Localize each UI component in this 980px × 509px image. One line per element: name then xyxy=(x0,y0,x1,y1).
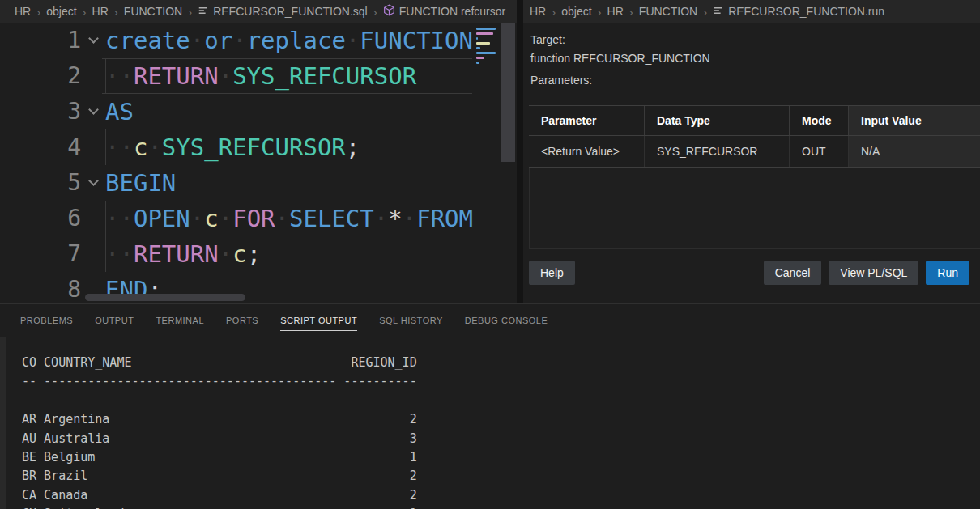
tab-output[interactable]: OUTPUT xyxy=(95,304,134,337)
run-function-pane: HR›object›HR›FUNCTION›REFCURSOR_FUNCTION… xyxy=(523,0,980,303)
code-line: 3AS xyxy=(0,94,517,129)
parameters-table-header: ParameterData TypeModeInput Value xyxy=(529,105,980,136)
param-table-header-input-value: Input Value xyxy=(849,106,980,135)
breadcrumb-separator: › xyxy=(36,6,40,18)
breadcrumb-separator: › xyxy=(188,6,192,18)
help-button[interactable]: Help xyxy=(529,261,575,285)
fold-chevron-icon[interactable] xyxy=(81,165,105,201)
breadcrumb-separator: › xyxy=(114,6,118,18)
script-output: CO COUNTRY_NAME REGION_ID -- -----------… xyxy=(0,337,980,509)
tab-ports[interactable]: PORTS xyxy=(226,304,258,337)
breadcrumb-separator: › xyxy=(703,6,707,18)
parameters-table: ParameterData TypeModeInput Value <Retur… xyxy=(529,105,980,249)
line-number: 8 xyxy=(0,272,81,303)
line-number: 1 xyxy=(0,23,81,58)
cancel-button[interactable]: Cancel xyxy=(764,261,822,285)
tab-problems[interactable]: PROBLEMS xyxy=(20,304,73,337)
tab-script-output[interactable]: SCRIPT OUTPUT xyxy=(280,304,357,337)
fold-chevron-icon[interactable] xyxy=(81,23,105,58)
code-line: 7··RETURN·c; xyxy=(0,236,517,272)
fold-spacer xyxy=(81,201,105,236)
param-table-cell: SYS_REFCURSOR xyxy=(645,136,790,167)
minimap-line xyxy=(476,57,484,59)
line-number: 4 xyxy=(0,129,81,165)
code-text: ··RETURN·c; xyxy=(105,236,261,272)
line-number: 2 xyxy=(0,58,81,94)
run-dialog: Target: function REFCURSOR_FUNCTION Para… xyxy=(523,23,980,303)
minimap-line xyxy=(476,62,479,64)
chevron-down-icon xyxy=(88,104,99,115)
code-line: 4··c·SYS_REFCURSOR; xyxy=(0,129,517,165)
breadcrumb-item[interactable]: HR xyxy=(530,5,546,18)
symbol-cube-icon xyxy=(383,4,395,19)
tab-terminal[interactable]: TERMINAL xyxy=(156,304,204,337)
breadcrumb-run: HR›object›HR›FUNCTION›REFCURSOR_FUNCTION… xyxy=(523,0,980,23)
breadcrumb-separator: › xyxy=(552,6,556,18)
line-number: 6 xyxy=(0,201,81,236)
pane-divider[interactable] xyxy=(517,0,523,303)
vscode-window: HR›object›HR›FUNCTION›REFCURSOR_FUNCTION… xyxy=(0,0,980,509)
fold-spacer xyxy=(81,236,105,272)
breadcrumb-item[interactable]: HR xyxy=(15,5,31,18)
line-number: 3 xyxy=(0,94,81,129)
file-lines-icon xyxy=(713,5,724,19)
minimap-line xyxy=(476,32,493,35)
target-label: Target: xyxy=(530,33,980,46)
line-number: 5 xyxy=(0,165,81,201)
minimap-line xyxy=(476,42,490,45)
breadcrumb-item[interactable]: object xyxy=(46,5,76,18)
code-editor[interactable]: 1create·or·replace·FUNCTION2··RETURN·SYS… xyxy=(0,23,517,303)
editor-horizontal-scrollbar[interactable] xyxy=(85,294,245,301)
fold-spacer xyxy=(81,58,105,94)
breadcrumb-item[interactable]: object xyxy=(561,5,591,18)
param-table-cell: N/A xyxy=(849,136,980,167)
param-table-header-mode: Mode xyxy=(790,106,849,135)
editor-pane: HR›object›HR›FUNCTION›REFCURSOR_FUNCTION… xyxy=(0,0,517,303)
breadcrumb-symbol-label: FUNCTION refcursor xyxy=(399,5,505,18)
chevron-down-icon xyxy=(88,176,99,186)
code-line: 8END; xyxy=(0,272,517,303)
breadcrumb-file-label: REFCURSOR_FUNCTION.run xyxy=(728,5,884,18)
breadcrumb-separator: › xyxy=(373,6,377,18)
breadcrumb-separator: › xyxy=(83,6,87,18)
parameters-table-empty-area xyxy=(529,168,980,249)
minimap[interactable] xyxy=(475,23,499,303)
vertical-scrollbar-thumb[interactable] xyxy=(501,23,515,162)
breadcrumb-editor: HR›object›HR›FUNCTION›REFCURSOR_FUNCTION… xyxy=(0,0,517,23)
param-table-header-parameter: Parameter xyxy=(529,106,645,135)
code-text: AS xyxy=(105,94,134,129)
fold-chevron-icon[interactable] xyxy=(81,94,105,129)
breadcrumb-item[interactable]: FUNCTION xyxy=(639,5,697,18)
code-text: BEGIN xyxy=(105,165,176,201)
code-line: 1create·or·replace·FUNCTION xyxy=(0,23,517,58)
panel-tab-bar: PROBLEMSOUTPUTTERMINALPORTSSCRIPT OUTPUT… xyxy=(0,304,980,337)
editor-split: HR›object›HR›FUNCTION›REFCURSOR_FUNCTION… xyxy=(0,0,980,303)
code-text: ··c·SYS_REFCURSOR; xyxy=(105,129,360,165)
panel-left-strip xyxy=(0,337,6,509)
param-table-row[interactable]: <Return Value>SYS_REFCURSOROUTN/A xyxy=(529,136,980,168)
code-line: 2··RETURN·SYS_REFCURSOR xyxy=(0,58,517,94)
tab-sql-history[interactable]: SQL HISTORY xyxy=(379,304,443,337)
breadcrumb-item[interactable]: FUNCTION xyxy=(124,5,182,18)
breadcrumb-item[interactable]: HR xyxy=(92,5,109,18)
minimap-line xyxy=(476,28,496,30)
code-text: ··OPEN·c·FOR·SELECT·*·FROM xyxy=(105,201,473,236)
tab-debug-console[interactable]: DEBUG CONSOLE xyxy=(465,304,548,337)
breadcrumb-symbol-item[interactable]: FUNCTION refcursor xyxy=(383,4,505,19)
breadcrumb-separator: › xyxy=(598,6,602,18)
view-plsql-button[interactable]: View PL/SQL xyxy=(829,261,918,285)
param-table-cell: <Return Value> xyxy=(529,136,645,167)
dialog-button-row: Help Cancel View PL/SQL Run xyxy=(529,261,969,285)
minimap-line xyxy=(476,47,480,49)
panel-content: CO COUNTRY_NAME REGION_ID -- -----------… xyxy=(0,337,980,509)
chevron-down-icon xyxy=(88,33,99,44)
breadcrumb-file-label: REFCURSOR_FUNCTION.sql xyxy=(213,5,368,18)
fold-spacer xyxy=(81,129,105,165)
breadcrumb-item[interactable]: HR xyxy=(607,5,624,18)
run-button[interactable]: Run xyxy=(926,261,969,285)
code-line: 5BEGIN xyxy=(0,165,517,201)
minimap-line xyxy=(476,52,496,54)
editor-vertical-scrollbar[interactable] xyxy=(499,23,517,303)
breadcrumb-file-item[interactable]: REFCURSOR_FUNCTION.run xyxy=(713,5,884,19)
breadcrumb-file-item[interactable]: REFCURSOR_FUNCTION.sql xyxy=(198,5,368,19)
